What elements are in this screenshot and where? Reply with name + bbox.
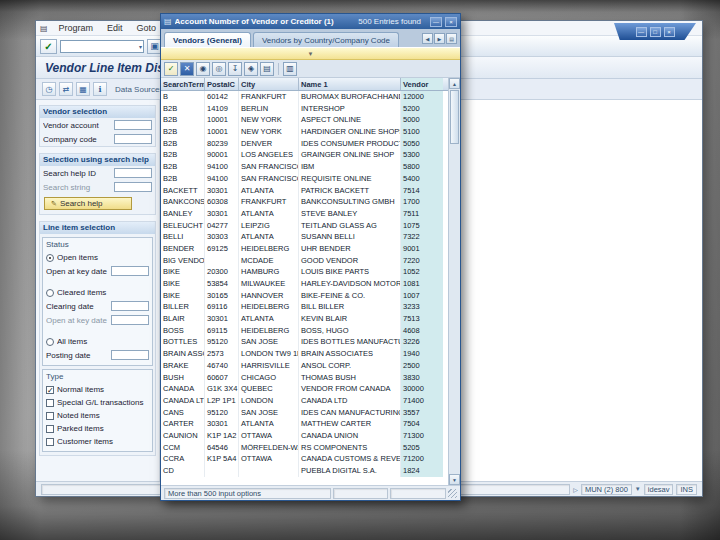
table-row[interactable]: CANADAG1K 3X4QUEBECVENDOR FROM CANADA300… bbox=[161, 383, 448, 395]
menu-item-program[interactable]: Program bbox=[52, 23, 101, 33]
import-list-icon[interactable]: ↧ bbox=[228, 62, 242, 76]
column-header[interactable]: Vendor bbox=[401, 78, 443, 90]
table-row[interactable]: CCM64546MÖRFELDEN-WALLDORFRS COMPONENTS5… bbox=[161, 442, 448, 454]
status-dropdown-icon[interactable]: ▼ bbox=[635, 486, 641, 492]
command-field[interactable]: ▾ bbox=[60, 40, 144, 53]
table-row[interactable]: BIKE20300HAMBURGLOUIS BIKE PARTS1052 bbox=[161, 266, 448, 278]
scroll-down-icon[interactable]: ▼ bbox=[449, 474, 460, 485]
open-at-key-date2-input[interactable] bbox=[111, 315, 149, 325]
tab-vendors-by-country[interactable]: Vendors by Country/Company Code bbox=[253, 32, 399, 47]
table-row[interactable]: BUSH60607CHICAGOTHOMAS BUSH3830 bbox=[161, 372, 448, 384]
table-row[interactable]: B60142FRANKFURTBUROMAX BUROFACHHANDEL120… bbox=[161, 91, 448, 103]
type-checkboxes: ✓Normal itemsSpecial G/L transactionsNot… bbox=[43, 383, 152, 448]
table-row[interactable]: B2B14109BERLININTERSHOP5200 bbox=[161, 103, 448, 115]
tab-list-icon[interactable]: ▤ bbox=[446, 33, 457, 44]
table-row[interactable]: B2B90001LOS ANGELESGRAINGER ONLINE SHOP5… bbox=[161, 149, 448, 161]
checkbox-special-g-l-transactions[interactable] bbox=[46, 399, 54, 407]
command-dropdown-icon[interactable]: ▾ bbox=[139, 43, 142, 50]
table-row[interactable]: BOSS69115HEIDELBERGBOSS, HUGO4608 bbox=[161, 325, 448, 337]
table-cell: HEIDELBERG bbox=[239, 325, 299, 337]
enter-icon[interactable]: ✓ bbox=[40, 39, 57, 54]
restrictions-bar[interactable]: ▼ bbox=[161, 47, 460, 60]
table-row[interactable]: BANLEY30301ATLANTASTEVE BANLEY7511 bbox=[161, 208, 448, 220]
table-cell: CANADA UNION bbox=[299, 430, 401, 442]
find-icon[interactable]: ◉ bbox=[196, 62, 210, 76]
table-row[interactable]: B2B10001NEW YORKHARDINGER ONLINE SHOPS51… bbox=[161, 126, 448, 138]
table-row[interactable]: CDPUEBLA DIGITAL S.A.1824 bbox=[161, 465, 448, 477]
menu-item-goto[interactable]: Goto bbox=[130, 23, 164, 33]
search-help-id-input[interactable] bbox=[114, 168, 152, 178]
close-icon[interactable]: × bbox=[664, 27, 675, 37]
table-row[interactable]: CARTER30301ATLANTAMATTHEW CARTER7504 bbox=[161, 418, 448, 430]
print-icon[interactable]: ▤ bbox=[260, 62, 274, 76]
table-row[interactable]: BACKETT30301ATLANTAPATRICK BACKETT7514 bbox=[161, 185, 448, 197]
checkbox-normal-items[interactable]: ✓ bbox=[46, 386, 54, 394]
table-row[interactable]: CCRAK1P 5A4OTTAWACANADA CUSTOMS & REVENU… bbox=[161, 453, 448, 465]
table-row[interactable]: B2B94100SAN FRANCISCOREQUISITE ONLINE540… bbox=[161, 173, 448, 185]
table-row[interactable]: BLAIR30301ATLANTAKEVIN BLAIR7513 bbox=[161, 313, 448, 325]
tab-vendors-general[interactable]: Vendors (General) bbox=[164, 32, 251, 47]
popup-minimize-icon[interactable]: — bbox=[430, 17, 442, 27]
table-row[interactable]: BELEUCHT04277LEIPZIGTEITLAND GLASS AG107… bbox=[161, 220, 448, 232]
column-header[interactable]: SearchTerm▲ bbox=[161, 78, 205, 90]
table-row[interactable]: BIG VENDORMCDADEGOOD VENDOR7220 bbox=[161, 255, 448, 267]
copy-check-icon[interactable]: ✓ bbox=[164, 62, 178, 76]
table-cell: 7322 bbox=[401, 231, 443, 243]
checkbox-noted-items[interactable] bbox=[46, 412, 54, 420]
popup-close-icon[interactable]: × bbox=[445, 17, 457, 27]
table-row[interactable]: CAUNIONK1P 1A2OTTAWACANADA UNION71300 bbox=[161, 430, 448, 442]
find-next-icon[interactable]: ◎ bbox=[212, 62, 226, 76]
table-row[interactable]: CANADA LTDL2P 1P1LONDONCANADA LTD71400 bbox=[161, 395, 448, 407]
clearing-date-input[interactable] bbox=[111, 301, 149, 311]
table-row[interactable]: BELLI30303ATLANTASUSANN BELLI7322 bbox=[161, 231, 448, 243]
table-row[interactable]: BRAKE46740HARRISVILLEANSOL CORP.2500 bbox=[161, 360, 448, 372]
tab-scroll-left-icon[interactable]: ◀ bbox=[422, 33, 433, 44]
personal-value-list-icon[interactable]: ▥ bbox=[283, 62, 297, 76]
column-header[interactable]: City bbox=[239, 78, 299, 90]
info-icon[interactable]: ℹ bbox=[93, 82, 107, 96]
table-row[interactable]: BIKE30165HANNOVERBIKE-FEINE & CO.1007 bbox=[161, 290, 448, 302]
chart-icon[interactable]: ▦ bbox=[76, 82, 90, 96]
table-cell: OTTAWA bbox=[239, 453, 299, 465]
hold-icon[interactable]: ◈ bbox=[244, 62, 258, 76]
resize-grip[interactable] bbox=[448, 489, 457, 498]
table-row[interactable]: BRAIN ASSO2573LONDON TW9 1N2BRAIN ASSOCI… bbox=[161, 348, 448, 360]
search-string-input[interactable] bbox=[114, 182, 152, 192]
clock-icon[interactable]: ◷ bbox=[42, 82, 56, 96]
vendor-account-input[interactable] bbox=[114, 120, 152, 130]
maximize-icon[interactable]: □ bbox=[650, 27, 661, 37]
column-header[interactable]: Name 1 bbox=[299, 78, 401, 90]
column-header[interactable]: PostalC bbox=[205, 78, 239, 90]
posting-date-input[interactable] bbox=[111, 350, 149, 360]
system-menu-icon[interactable]: ▤ bbox=[40, 24, 48, 33]
table-row[interactable]: BENDER69125HEIDELBERGUHR BENDER9001 bbox=[161, 243, 448, 255]
cancel-icon[interactable]: ✕ bbox=[180, 62, 194, 76]
scrollbar-thumb[interactable] bbox=[450, 90, 459, 144]
tab-scroll-right-icon[interactable]: ▶ bbox=[434, 33, 445, 44]
menu-item-edit[interactable]: Edit bbox=[100, 23, 130, 33]
table-row[interactable]: CANS95120SAN JOSEIDES CAN MANUFACTURING3… bbox=[161, 407, 448, 419]
company-code-input[interactable] bbox=[114, 134, 152, 144]
all-items-radio[interactable] bbox=[46, 338, 54, 346]
popup-title-bar[interactable]: ▤ Account Number of Vendor or Creditor (… bbox=[161, 14, 460, 29]
minimize-icon[interactable]: — bbox=[636, 27, 647, 37]
open-at-key-date-input[interactable] bbox=[111, 266, 149, 276]
status-expand-icon[interactable]: ▷ bbox=[573, 486, 578, 493]
table-row[interactable]: B2B94100SAN FRANCISCOIBM5800 bbox=[161, 161, 448, 173]
checkbox-parked-items[interactable] bbox=[46, 425, 54, 433]
table-row[interactable]: BANKCONSULT60308FRANKFURTBANKCONSULTING … bbox=[161, 196, 448, 208]
cleared-items-radio[interactable] bbox=[46, 289, 54, 297]
table-row[interactable]: BOTTLES95120SAN JOSEIDES BOTTLES MANUFAC… bbox=[161, 336, 448, 348]
scroll-up-icon[interactable]: ▲ bbox=[449, 78, 460, 89]
checkbox-customer-items[interactable] bbox=[46, 438, 54, 446]
transfer-icon[interactable]: ⇄ bbox=[59, 82, 73, 96]
table-cell: 71300 bbox=[401, 430, 443, 442]
table-row[interactable]: B2B80239DENVERIDES CONSUMER PRODUCTS5050 bbox=[161, 138, 448, 150]
search-help-button[interactable]: ✎ Search help bbox=[44, 197, 132, 210]
popup-scrollbar[interactable]: ▲ ▼ bbox=[448, 78, 460, 485]
open-items-radio[interactable] bbox=[46, 254, 54, 262]
table-row[interactable]: BIKE53854MILWAUKEEHARLEY-DAVIDSON MOTORC… bbox=[161, 278, 448, 290]
table-row[interactable]: BILLER69116HEIDELBERGBILL BILLER3233 bbox=[161, 301, 448, 313]
restrictions-collapse-icon[interactable]: ▼ bbox=[308, 51, 314, 57]
table-row[interactable]: B2B10001NEW YORKASPECT ONLINE5000 bbox=[161, 114, 448, 126]
